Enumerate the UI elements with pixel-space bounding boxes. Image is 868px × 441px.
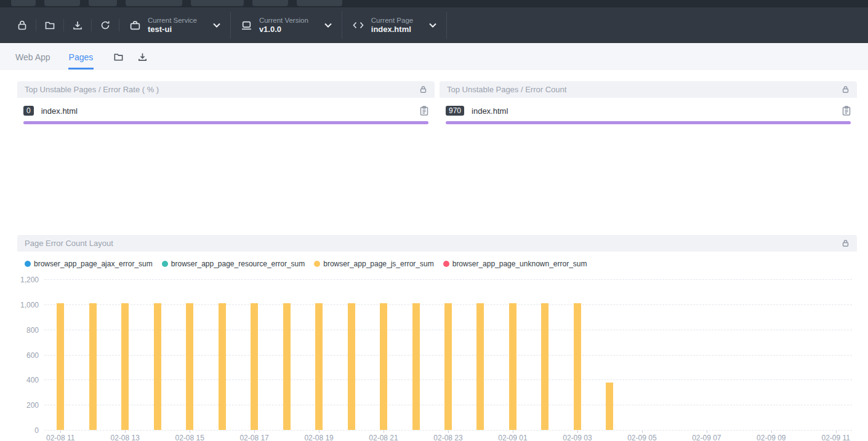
panel-header: Top Unstable Pages / Error Rate ( % ) xyxy=(17,81,435,98)
page-rate-bar xyxy=(23,121,428,124)
bar xyxy=(57,303,64,430)
panel-header: Page Error Count Layout xyxy=(17,235,857,252)
x-axis-label: 02-09 07 xyxy=(692,434,721,441)
legend-label: browser_app_page_unknown_error_sum xyxy=(452,260,587,268)
panel-title: Top Unstable Pages / Error Count xyxy=(447,85,566,94)
bar xyxy=(541,303,549,430)
x-axis-label: 02-09 01 xyxy=(498,434,527,441)
lock-icon[interactable] xyxy=(9,14,36,36)
cropped-button[interactable] xyxy=(89,0,117,6)
tab-web-app[interactable]: Web App xyxy=(15,44,51,70)
panel-body: 0 index.html xyxy=(17,98,435,124)
bar xyxy=(509,303,516,430)
clipboard-icon[interactable] xyxy=(842,106,851,116)
panel-title: Top Unstable Pages / Error Rate ( % ) xyxy=(25,85,159,94)
bar xyxy=(412,303,420,430)
current-version-selector[interactable]: Current Version v1.0.0 xyxy=(231,7,342,43)
cropped-toolbar-row xyxy=(0,0,868,7)
download-icon[interactable] xyxy=(137,52,148,62)
legend-item[interactable]: browser_app_page_resource_error_sum xyxy=(162,260,305,268)
chevron-down-icon xyxy=(213,23,220,28)
page-row[interactable]: 970 index.html xyxy=(446,106,851,116)
x-axis-label: 02-08 19 xyxy=(304,434,333,441)
top-panels-row: Top Unstable Pages / Error Rate ( % ) 0 … xyxy=(17,81,857,124)
divider xyxy=(446,12,447,39)
y-axis-label: 600 xyxy=(26,351,39,360)
x-axis-label: 02-08 23 xyxy=(433,434,462,441)
y-axis-label: 800 xyxy=(26,326,39,335)
panel-body: 970 index.html xyxy=(440,98,857,124)
legend-label: browser_app_page_resource_error_sum xyxy=(171,260,305,268)
x-axis-label: 02-08 11 xyxy=(46,434,74,441)
selector-label: Current Service xyxy=(148,16,197,25)
lock-icon[interactable] xyxy=(842,85,850,93)
refresh-icon[interactable] xyxy=(92,14,119,36)
cropped-button[interactable] xyxy=(191,0,244,6)
selector-value: v1.0.0 xyxy=(259,25,308,34)
bar xyxy=(606,383,613,430)
y-axis-label: 400 xyxy=(26,376,39,384)
chart-plot: 02004006008001,0001,20002-08 1102-08 130… xyxy=(44,280,852,431)
x-axis-label: 02-09 09 xyxy=(757,434,786,441)
current-service-selector[interactable]: Current Service test-ui xyxy=(119,7,230,43)
x-axis-tick xyxy=(642,431,643,433)
folder-icon[interactable] xyxy=(113,52,124,62)
chart-legend: browser_app_page_ajax_error_sumbrowser_a… xyxy=(25,260,857,268)
legend-dot-icon xyxy=(443,261,449,267)
cropped-button[interactable] xyxy=(297,0,342,6)
bar xyxy=(315,303,323,430)
selector-label: Current Page xyxy=(371,16,413,25)
lock-icon[interactable] xyxy=(842,239,850,247)
x-axis-label: 02-08 21 xyxy=(369,434,398,441)
x-axis-tick xyxy=(319,431,319,433)
selector-value: index.html xyxy=(371,25,413,34)
tab-strip: Web App Pages xyxy=(0,43,868,70)
cropped-button[interactable] xyxy=(252,0,288,6)
download-icon[interactable] xyxy=(64,14,91,36)
page-count-bar xyxy=(446,121,851,124)
x-axis-tick xyxy=(513,431,513,433)
legend-item[interactable]: browser_app_page_ajax_error_sum xyxy=(25,260,153,268)
page-row[interactable]: 0 index.html xyxy=(23,106,428,116)
chevron-down-icon xyxy=(324,23,332,28)
bar xyxy=(574,303,581,430)
x-axis-tick xyxy=(190,431,190,433)
cropped-button[interactable] xyxy=(126,0,182,6)
bar xyxy=(219,303,226,430)
code-icon xyxy=(352,20,364,30)
cropped-button[interactable] xyxy=(11,0,36,6)
current-page-selector[interactable]: Current Page index.html xyxy=(342,7,446,43)
page-error-count-panel: Page Error Count Layout browser_app_page… xyxy=(17,235,857,431)
chevron-down-icon xyxy=(429,23,436,28)
selector-value: test-ui xyxy=(148,25,197,34)
x-axis-tick xyxy=(836,431,837,433)
tab-pages[interactable]: Pages xyxy=(68,44,94,70)
x-axis-label: 02-09 05 xyxy=(627,434,656,441)
legend-dot-icon xyxy=(25,261,31,267)
legend-item[interactable]: browser_app_page_js_error_sum xyxy=(314,260,433,268)
legend-item[interactable]: browser_app_page_unknown_error_sum xyxy=(443,260,587,268)
gridline xyxy=(44,279,852,280)
value-badge: 0 xyxy=(23,106,34,116)
x-axis-tick xyxy=(384,431,384,433)
bar xyxy=(283,303,291,430)
x-axis-tick xyxy=(707,431,707,433)
y-axis-label: 1,200 xyxy=(20,276,39,284)
legend-dot-icon xyxy=(314,261,320,267)
cropped-button[interactable] xyxy=(44,0,80,6)
error-count-panel: Top Unstable Pages / Error Count 970 ind… xyxy=(440,81,857,124)
legend-label: browser_app_page_ajax_error_sum xyxy=(34,260,153,268)
page-name: index.html xyxy=(41,106,420,116)
x-axis-label: 02-09 11 xyxy=(822,434,850,441)
x-axis-tick xyxy=(771,431,772,433)
lock-icon[interactable] xyxy=(419,85,427,93)
clipboard-icon[interactable] xyxy=(420,106,428,116)
x-axis-tick xyxy=(577,431,578,433)
y-axis-label: 0 xyxy=(34,426,39,435)
bar xyxy=(380,303,387,430)
legend-label: browser_app_page_js_error_sum xyxy=(323,260,433,268)
x-axis-label: 02-09 03 xyxy=(563,434,592,441)
main-toolbar: Current Service test-ui Current Version … xyxy=(0,7,868,43)
folder-icon[interactable] xyxy=(36,14,63,36)
y-axis-label: 1,000 xyxy=(20,301,39,309)
